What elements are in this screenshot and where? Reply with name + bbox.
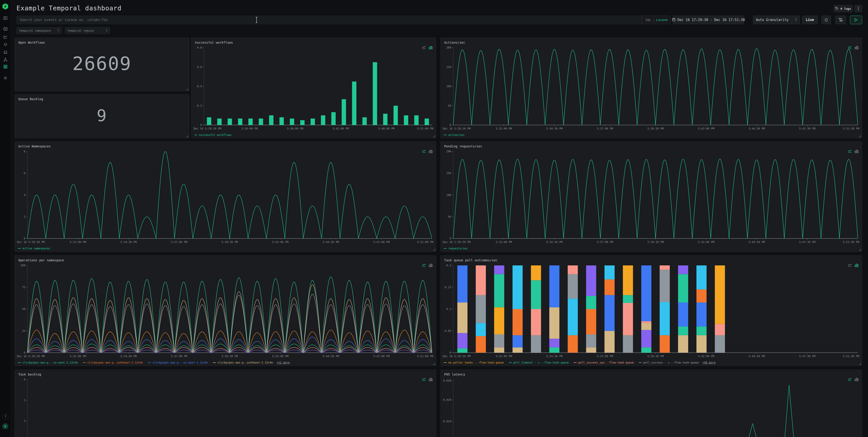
svg-text:5:37:00 PM: 5:37:00 PM — [597, 241, 613, 244]
search-input[interactable] — [17, 18, 642, 22]
filter-temporal-namespace[interactable]: Temporal namespace — [17, 27, 62, 34]
resize-handle[interactable] — [186, 88, 188, 90]
bar-view-icon[interactable] — [855, 263, 859, 267]
filter-edit-button[interactable] — [835, 15, 846, 24]
settings-gear-icon[interactable] — [3, 76, 8, 80]
connections-icon[interactable] — [3, 57, 8, 62]
svg-text:5:42:00 PM: 5:42:00 PM — [333, 127, 349, 130]
legend-item[interactable]: successful workflows — [194, 133, 232, 136]
bar-view-icon[interactable] — [855, 378, 859, 381]
legend-swatch — [18, 363, 21, 363]
bar-view-icon[interactable] — [429, 150, 433, 153]
legend-item[interactable]: clickpipes-aws-p..outheast-2.12c4n — [83, 361, 143, 364]
bar-view-icon[interactable] — [429, 263, 433, 267]
line-view-icon[interactable] — [848, 263, 852, 267]
legend-item[interactable]: requests/sec — [444, 247, 468, 250]
task-backlog-chart[interactable]: 234 — [17, 377, 434, 437]
page-title: Example Temporal dashboard — [17, 4, 121, 12]
svg-text:5:51:00 PM: 5:51:00 PM — [417, 241, 433, 244]
help-button[interactable]: ? — [2, 413, 8, 419]
legend-more-link[interactable]: +12 more — [277, 361, 290, 364]
task-queue-poll-chart[interactable]: 00.050.10.150.2Dec 16 5:29:30 PM5:32:00 … — [442, 263, 860, 359]
svg-text:5:37:00 PM: 5:37:00 PM — [171, 241, 187, 244]
active-namespaces-chart[interactable]: 02468Dec 16 5:29:30 PM5:32:00 PM5:34:30 … — [17, 149, 434, 245]
query-mode-toggle[interactable]: SQL | Lucene — [642, 15, 671, 24]
resize-handle[interactable] — [859, 249, 861, 251]
svg-text:10K: 10K — [446, 193, 451, 197]
mode-sql[interactable]: SQL — [645, 18, 651, 22]
bar-view-icon[interactable] — [429, 46, 433, 49]
line-view-icon[interactable] — [848, 46, 852, 49]
svg-text:Dec 16 5:29:30 PM: Dec 16 5:29:30 PM — [17, 241, 45, 244]
run-query-button[interactable] — [850, 15, 862, 24]
svg-text:25: 25 — [22, 330, 25, 333]
legend-item[interactable]: poll_success_syn..-flow-task-queue — [574, 361, 634, 364]
legend-item[interactable]: clickpipes-aws-p..-us-east-1.12c4n — [148, 361, 208, 364]
legend-more-link[interactable]: +56 more — [703, 361, 716, 364]
mode-lucene[interactable]: Lucene — [656, 18, 668, 22]
resize-handle[interactable] — [859, 363, 861, 365]
legend-item[interactable]: poll_timeout · c..-flow-task-queue — [509, 361, 569, 364]
svg-text:5:47:30 PM: 5:47:30 PM — [799, 355, 815, 358]
p95-latency-chart[interactable]: 0.0190.0290.038 — [442, 377, 860, 437]
svg-text:0.4: 0.4 — [197, 85, 202, 88]
bar-view-icon[interactable] — [429, 378, 433, 381]
line-view-icon[interactable] — [848, 150, 852, 153]
resize-handle[interactable] — [433, 363, 435, 365]
filter-temporal-region[interactable]: Temporal region — [65, 27, 110, 34]
resize-handle[interactable] — [433, 135, 435, 137]
region-chip-label: Temporal region — [67, 29, 94, 32]
legend-swatch — [444, 248, 447, 249]
live-button[interactable]: Live — [802, 15, 818, 24]
svg-text:5:32:00 PM: 5:32:00 PM — [496, 127, 512, 130]
legend-item[interactable]: poll_success · c..-flow-task-queue — [639, 361, 699, 364]
svg-text:5:44:30 PM: 5:44:30 PM — [748, 127, 765, 130]
mode-divider: | — [653, 18, 655, 22]
more-menu-button[interactable] — [855, 5, 862, 12]
actions-sec-chart[interactable]: 050100150200Dec 16 5:29:30 PM5:32:00 PM5… — [442, 45, 860, 131]
collapse-sidebar-icon[interactable] — [3, 16, 8, 20]
legend-item[interactable]: action/sec — [444, 133, 465, 136]
bar-view-icon[interactable] — [855, 46, 859, 49]
granularity-select[interactable]: Auto Granularity — [753, 15, 800, 24]
line-view-icon[interactable] — [422, 150, 426, 153]
legend-item[interactable]: clickpipes-aws-p..-us-east-2.12c4n — [18, 361, 78, 364]
sidebar: ? D — [0, 0, 11, 437]
line-view-icon[interactable] — [848, 378, 852, 381]
pending-requests-chart[interactable]: 05K10K15K20KDec 16 5:29:30 PM5:32:00 PM5… — [442, 149, 860, 245]
tags-label: 0 Tags — [840, 7, 851, 10]
svg-text:50: 50 — [22, 308, 25, 311]
resize-handle[interactable] — [186, 135, 188, 137]
svg-text:5:51:30 PM: 5:51:30 PM — [843, 127, 859, 130]
dashboards-icon[interactable] — [3, 27, 8, 31]
successful-workflows-chart[interactable]: 00.20.40.60.8Dec 16 5:29:30 PM5:34:00 PM… — [193, 45, 434, 131]
legend-item[interactable]: no_poller_tasks ..-flow-task-queue — [444, 361, 504, 364]
apps-grid-icon[interactable] — [3, 64, 8, 69]
svg-text:5:44:30 PM: 5:44:30 PM — [748, 241, 765, 244]
screens-icon[interactable] — [3, 50, 8, 55]
legend-item[interactable]: active namespaces — [18, 247, 50, 250]
alerts-bell-icon[interactable] — [3, 42, 8, 47]
app-logo-icon[interactable] — [2, 3, 8, 10]
line-view-icon[interactable] — [422, 378, 426, 381]
refresh-button[interactable] — [822, 15, 831, 24]
svg-text:5:34:30 PM: 5:34:30 PM — [546, 127, 562, 130]
line-view-icon[interactable] — [422, 263, 426, 267]
svg-text:5:51:30 PM: 5:51:30 PM — [843, 355, 859, 358]
bar-view-icon[interactable] — [855, 150, 859, 153]
svg-text:Dec 16 5:29:30 PM: Dec 16 5:29:30 PM — [443, 127, 471, 130]
date-range-button[interactable]: Dec 16 17:29:30 - Dec 16 17:51:30 — [673, 15, 744, 24]
resize-handle[interactable] — [859, 135, 861, 137]
svg-text:0.6: 0.6 — [197, 66, 202, 69]
line-view-icon[interactable] — [422, 46, 426, 49]
panel-title: Operations per namespace — [18, 258, 64, 262]
svg-text:100: 100 — [20, 264, 25, 267]
tags-button[interactable]: 0 Tags — [834, 5, 852, 12]
charts-icon[interactable] — [3, 35, 8, 39]
legend-item[interactable]: clickpipes-aws-p..outheast-2.12c4n — [213, 361, 273, 364]
operations-per-namespace-chart[interactable]: 0255075100Dec 16 5:29:30 PM5:32:00 PM5:3… — [17, 263, 434, 359]
svg-text:5:39:30 PM: 5:39:30 PM — [647, 241, 664, 244]
user-avatar[interactable]: D — [2, 423, 8, 429]
resize-handle[interactable] — [433, 249, 435, 251]
svg-text:5:42:00 PM: 5:42:00 PM — [698, 127, 714, 130]
